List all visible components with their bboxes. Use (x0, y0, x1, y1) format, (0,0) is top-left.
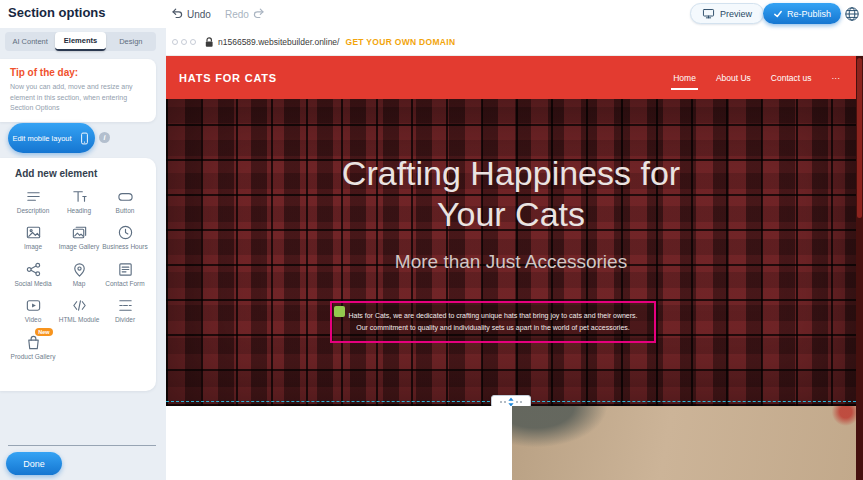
new-badge: New (35, 328, 52, 336)
nav-about-us[interactable]: About Us (716, 73, 751, 83)
description-icon (25, 188, 42, 205)
element-tile-heading[interactable]: Heading (56, 188, 102, 215)
phone-icon (78, 131, 91, 146)
add-element-title: Add new element (0, 168, 156, 179)
element-tile-divider[interactable]: Divider (102, 297, 148, 324)
site-header: HATS FOR CATS Home About Us Contact us ·… (166, 56, 856, 99)
monitor-icon (702, 7, 715, 20)
undo-button[interactable]: Undo (170, 7, 211, 21)
button-icon (117, 188, 134, 205)
element-grid: Description Heading Button Image Image G… (0, 179, 156, 361)
globe-icon (844, 6, 860, 22)
element-tile-description[interactable]: Description (10, 188, 56, 215)
language-globe-button[interactable] (844, 6, 860, 22)
lock-icon (204, 36, 214, 48)
edit-mobile-layout-button[interactable]: Edit mobile layout (8, 123, 95, 153)
element-drag-handle[interactable] (334, 306, 345, 317)
image-icon (25, 224, 42, 241)
window-dot (181, 39, 187, 45)
hero-paragraph: Hats for Cats, we are dedicated to craft… (342, 310, 644, 334)
image-gallery-icon (71, 224, 88, 241)
tip-title: Tip of the day: (10, 67, 146, 78)
selected-text-element[interactable]: Hats for Cats, we are dedicated to craft… (330, 301, 656, 343)
contact-form-icon (117, 261, 134, 278)
element-tile-contact-form[interactable]: Contact Form (102, 261, 148, 288)
hero-subheading[interactable]: More than Just Accessories (166, 251, 856, 273)
sidebar-divider (8, 445, 156, 446)
hero-section[interactable]: Crafting Happiness for Your Cats More th… (166, 99, 856, 406)
scrollbar-thumb[interactable] (857, 58, 862, 218)
element-tile-image[interactable]: Image (10, 224, 56, 251)
window-dots (172, 39, 196, 45)
redo-label: Redo (225, 9, 249, 20)
republish-label: Re-Publish (787, 9, 831, 19)
history-controls: Undo Redo (170, 0, 266, 28)
nav-more-ellipsis[interactable]: ··· (832, 73, 841, 83)
heading-icon (71, 188, 88, 205)
sand-cat-photo (512, 406, 856, 480)
get-own-domain-link[interactable]: GET YOUR OWN DOMAIN (345, 37, 455, 47)
tab-design[interactable]: Design (106, 32, 156, 51)
done-button[interactable]: Done (6, 452, 62, 475)
hero-heading[interactable]: Crafting Happiness for Your Cats (311, 99, 711, 235)
top-toolbar: Section options Undo Redo Preview Re-Pub… (0, 0, 863, 28)
edit-mobile-label: Edit mobile layout (12, 134, 71, 143)
preview-label: Preview (720, 9, 752, 19)
window-dot (190, 39, 196, 45)
sidebar: AI Content Elements Design Tip of the da… (0, 28, 166, 480)
element-tile-button[interactable]: Button (102, 188, 148, 215)
html-code-icon (71, 297, 88, 314)
redo-icon (252, 7, 266, 21)
business-hours-icon (117, 224, 134, 241)
social-media-icon (25, 261, 42, 278)
page-title: Section options (8, 5, 106, 20)
info-icon[interactable]: i (99, 132, 110, 143)
add-element-panel: Add new element Description Heading Butt… (0, 158, 156, 391)
element-tile-html-module[interactable]: HTML Module (56, 297, 102, 324)
element-tile-video[interactable]: Video (10, 297, 56, 324)
undo-label: Undo (187, 9, 211, 20)
element-tile-social-media[interactable]: Social Media (10, 261, 56, 288)
redo-button[interactable]: Redo (225, 7, 266, 21)
element-tile-map[interactable]: Map (56, 261, 102, 288)
element-tile-business-hours[interactable]: Business Hours (102, 224, 148, 251)
sidebar-tabs: AI Content Elements Design (5, 32, 156, 51)
tip-of-the-day-card: Tip of the day: Now you can add, move an… (0, 59, 156, 122)
nav-home[interactable]: Home (673, 73, 696, 83)
site-logo[interactable]: HATS FOR CATS (179, 72, 277, 84)
window-dot (172, 39, 178, 45)
product-gallery-icon: New (25, 334, 42, 351)
map-pin-icon (71, 261, 88, 278)
site-nav: Home About Us Contact us ··· (673, 73, 840, 83)
browser-address-bar: n1566589.websitebuilder.online/ GET YOUR… (166, 28, 863, 56)
tab-elements[interactable]: Elements (55, 32, 105, 51)
republish-button[interactable]: Re-Publish (763, 3, 841, 24)
element-tile-product-gallery[interactable]: New Product Gallery (10, 334, 56, 361)
divider-icon (117, 297, 134, 314)
preview-button[interactable]: Preview (690, 3, 764, 24)
tab-ai-content[interactable]: AI Content (5, 32, 55, 51)
site-scrollbar[interactable] (856, 56, 863, 480)
check-icon (773, 9, 783, 19)
next-section[interactable] (166, 406, 856, 480)
undo-icon (170, 7, 184, 21)
site-url: n1566589.websitebuilder.online/ (218, 37, 339, 47)
site-preview: HATS FOR CATS Home About Us Contact us ·… (166, 56, 856, 480)
resize-arrows-icon (498, 397, 524, 407)
video-icon (25, 297, 42, 314)
element-tile-image-gallery[interactable]: Image Gallery (56, 224, 102, 251)
tip-body: Now you can add, move and resize any ele… (10, 82, 146, 114)
nav-contact-us[interactable]: Contact us (771, 73, 812, 83)
